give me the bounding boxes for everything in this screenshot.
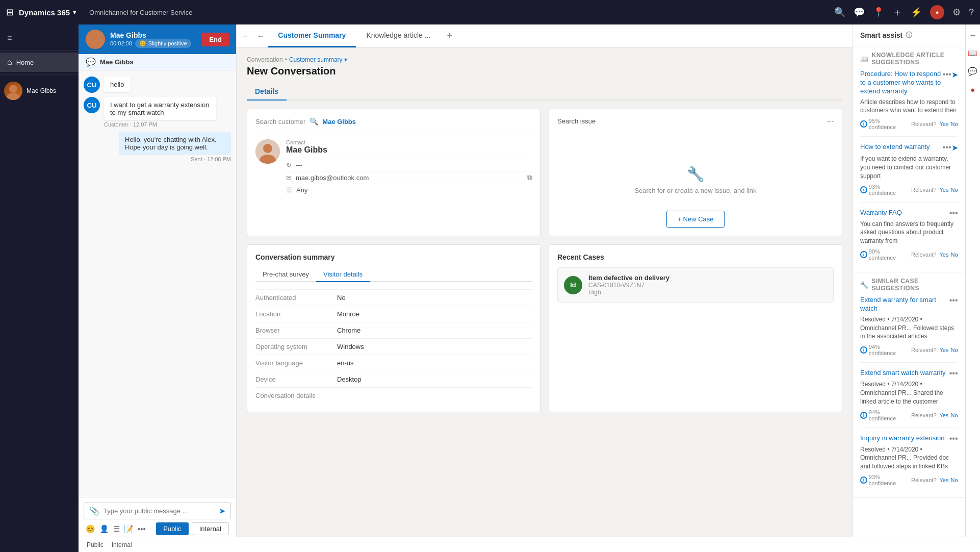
agent-message-time: Sent · 12:08 PM (191, 156, 231, 162)
issue-empty-text: Search for or create a new issue, and li… (634, 187, 756, 194)
grid-icon[interactable]: ⊞ (6, 7, 14, 18)
conv-field-os-value: Windows (337, 343, 364, 350)
knowledge-article-2-menu[interactable]: ••• (943, 143, 951, 152)
chat-input-field[interactable] (104, 507, 215, 515)
search-customer-row: Search customer 🔍 Mae Gibbs (255, 117, 532, 132)
app-dropdown-icon[interactable]: ▾ (73, 9, 76, 16)
search-issue-header: Search issue --- (557, 117, 834, 125)
copy-icon[interactable]: ⧉ (527, 173, 532, 182)
panel-expand-icon[interactable]: ↔ (967, 29, 978, 41)
search-icon[interactable]: 🔍 (834, 7, 845, 18)
similar-case-1-menu[interactable]: ••• (949, 296, 958, 305)
customer-name-link[interactable]: Mae Gibbs (322, 118, 356, 126)
confidence-value-1: 95% confidence (869, 118, 908, 130)
book-icon-strip[interactable]: 📖 (966, 46, 979, 60)
similar-case-2-footer: i 94% confidence Relevant? Yes No (860, 409, 958, 421)
agent-message-row: Hello, you're chatting with Alex. Hope y… (104, 132, 231, 162)
internal-tab-button[interactable]: Internal (192, 522, 229, 535)
issue-menu-dots[interactable]: --- (827, 117, 834, 125)
similar-case-2-no[interactable]: No (950, 412, 958, 418)
note-button[interactable]: 📝 (124, 524, 134, 534)
people-button[interactable]: 👤 (99, 524, 109, 534)
similar-case-3-no[interactable]: No (950, 477, 958, 483)
help-icon[interactable]: ? (969, 7, 974, 18)
similar-case-1: Extend warranty for smart watch ••• Reso… (860, 296, 958, 363)
conv-fields: Authenticated No Location Monroe Browser… (255, 289, 532, 404)
conv-field-authenticated: Authenticated No (255, 289, 532, 306)
conv-tab-prechat[interactable]: Pre-chat survey (255, 267, 316, 282)
relevant-no-3[interactable]: No (950, 252, 958, 258)
similar-case-2-yes[interactable]: Yes (940, 412, 949, 418)
filter-icon[interactable]: ⚡ (911, 7, 922, 18)
similar-case-3-yes[interactable]: Yes (940, 477, 949, 483)
relevant-label-1: Relevant? (911, 121, 937, 127)
similar-case-1-footer: i 94% confidence Relevant? Yes No (860, 344, 958, 356)
relevant-yes-3[interactable]: Yes (940, 252, 949, 258)
similar-case-3-menu[interactable]: ••• (949, 434, 958, 443)
recent-cases-title: Recent Cases (557, 253, 834, 261)
case-title-1: Item defective on delivery (588, 274, 827, 282)
similar-case-1-title[interactable]: Extend warranty for smart watch (860, 296, 949, 313)
list-button[interactable]: ☰ (113, 524, 120, 534)
similar-case-2-menu[interactable]: ••• (949, 369, 958, 378)
relevant-yes-1[interactable]: Yes (940, 121, 949, 127)
location-icon[interactable]: 📍 (873, 7, 884, 18)
similar-case-1-no[interactable]: No (950, 347, 958, 353)
collapse-sidebar-icon[interactable]: − (237, 32, 253, 41)
relevant-no-1[interactable]: No (950, 121, 958, 127)
similar-case-3: Inquiry in warranty extension ••• Resolv… (860, 434, 958, 492)
conv-field-device: Device Desktop (255, 371, 532, 387)
knowledge-article-1-menu[interactable]: ••• (943, 70, 951, 79)
back-navigation-icon[interactable]: ← (253, 32, 268, 41)
tab-knowledge-article[interactable]: Knowledge article ... (356, 24, 441, 47)
similar-case-2-title[interactable]: Extend smart watch warranty (860, 369, 949, 378)
agent-list-item[interactable]: Mae Gibbs (0, 77, 79, 105)
chat-input-row: 📎 ➤ (84, 503, 231, 519)
contact-avatar (255, 139, 280, 164)
hamburger-menu[interactable]: ≡ (0, 29, 79, 48)
emoji-button[interactable]: 😊 (86, 524, 95, 534)
issue-empty-state: 🔧 Search for or create a new issue, and … (557, 156, 834, 205)
breadcrumb-customer-summary[interactable]: Customer summary ▾ (289, 56, 347, 63)
relevant-no-2[interactable]: No (950, 187, 958, 193)
conv-field-language-label: Visitor language (255, 359, 337, 367)
top-cards-row: Search customer 🔍 Mae Gibbs (247, 109, 842, 236)
user-avatar[interactable]: ● (930, 5, 944, 19)
chat-icon[interactable]: 💬 (854, 7, 865, 18)
sidebar-item-home[interactable]: ⌂ Home (0, 53, 79, 72)
customer-avatar-2: CU (84, 97, 100, 113)
relevant-yes-2[interactable]: Yes (940, 187, 949, 193)
knowledge-article-1-title[interactable]: Procedure: How to respond to a customer … (860, 70, 943, 96)
similar-case-1-yes[interactable]: Yes (940, 347, 949, 353)
conv-field-conv-details-label: Conversation details (255, 392, 337, 399)
notification-strip-icon[interactable]: ● (968, 83, 977, 96)
knowledge-article-3-title[interactable]: Warranty FAQ (860, 209, 949, 217)
new-case-button[interactable]: + New Case (666, 211, 724, 228)
knowledge-article-1: Procedure: How to respond to a customer … (860, 70, 958, 137)
tab-customer-summary[interactable]: Customer Summary (268, 24, 356, 47)
knowledge-article-1-header: Procedure: How to respond to a customer … (860, 70, 958, 96)
conv-tab-visitor[interactable]: Visitor details (316, 267, 370, 282)
bottom-cards-row: Conversation summary Pre-chat survey Vis… (247, 244, 842, 412)
add-icon[interactable]: ＋ (892, 6, 902, 19)
knowledge-article-2-title[interactable]: How to extend warranty (860, 143, 943, 152)
knowledge-article-2-send[interactable]: ➤ (951, 143, 958, 153)
similar-case-3-confidence: i 93% confidence (860, 474, 908, 486)
send-icon[interactable]: ➤ (219, 506, 225, 516)
knowledge-article-2-confidence: i 93% confidence (860, 184, 908, 196)
conv-field-location-value: Monroe (337, 310, 359, 318)
knowledge-article-2-header: How to extend warranty ••• ➤ (860, 143, 958, 153)
attach-icon[interactable]: 📎 (89, 506, 99, 516)
knowledge-article-1-send[interactable]: ➤ (951, 70, 958, 80)
more-button[interactable]: ••• (138, 524, 146, 533)
conversation-strip-icon[interactable]: 💬 (966, 65, 979, 78)
message-type-tabs: Public Internal (156, 522, 229, 535)
similar-case-3-title[interactable]: Inquiry in warranty extension (860, 434, 949, 443)
settings-icon[interactable]: ⚙ (952, 7, 961, 18)
end-button[interactable]: End (202, 33, 229, 46)
add-tab-button[interactable]: + (441, 31, 458, 41)
public-tab-button[interactable]: Public (156, 522, 188, 535)
contact-name-chat: Mae Gibbs (100, 58, 134, 66)
knowledge-article-3-menu[interactable]: ••• (949, 209, 958, 218)
detail-tab-details[interactable]: Details (247, 83, 287, 101)
